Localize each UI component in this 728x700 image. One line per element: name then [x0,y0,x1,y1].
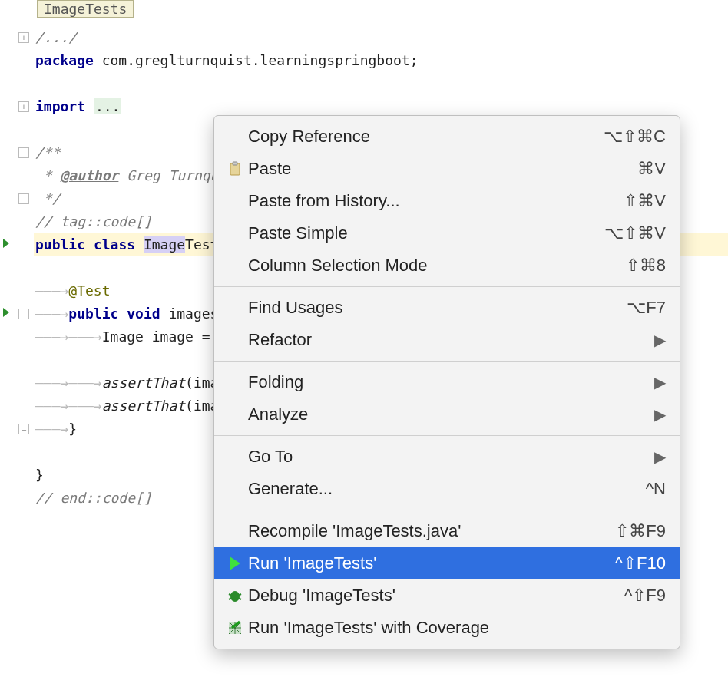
menu-item-label: Column Selection Mode [248,256,626,276]
fold-collapse-icon[interactable]: – [18,193,29,204]
submenu-arrow-icon: ▶ [654,331,666,349]
menu-item-label: Paste from History... [248,191,624,211]
svg-rect-1 [233,162,237,165]
menu-item-run-imagetests[interactable]: Run 'ImageTests'^⇧F10 [214,547,680,579]
menu-item-column-selection-mode[interactable]: Column Selection Mode⇧⌘8 [214,249,680,282]
coverage-icon [227,620,243,636]
menu-item-debug-imagetests[interactable]: Debug 'ImageTests'^⇧F9 [214,579,680,612]
menu-separator [214,435,680,436]
menu-item-label: Debug 'ImageTests' [248,586,624,606]
fold-expand-icon[interactable]: + [18,32,29,43]
context-menu: Copy Reference⌥⇧⌘CPaste⌘VPaste from Hist… [213,115,680,649]
file-badge: ImageTests [37,0,134,18]
shortcut-label: ⇧⌘V [624,191,666,211]
menu-item-label: Generate... [248,479,646,499]
shortcut-label: ⌥⇧⌘C [604,127,666,147]
menu-item-paste-from-history[interactable]: Paste from History...⇧⌘V [214,185,680,217]
shortcut-label: ⇧⌘8 [626,256,666,276]
code-line[interactable]: package com.greglturnquist.learningsprin… [34,49,728,72]
shortcut-label: ⌘V [637,159,666,179]
submenu-arrow-icon: ▶ [654,405,666,424]
menu-item-paste[interactable]: Paste⌘V [214,153,680,185]
code-line[interactable]: /.../ [34,26,728,49]
shortcut-label: ⌥⇧⌘V [604,223,666,243]
menu-item-go-to[interactable]: Go To▶ [214,441,680,473]
menu-item-label: Find Usages [248,298,627,318]
shortcut-label: ⇧⌘F9 [615,521,666,541]
menu-item-copy-reference[interactable]: Copy Reference⌥⇧⌘C [214,121,680,153]
shortcut-label: ^⇧F9 [624,586,666,606]
menu-separator [214,286,680,287]
fold-collapse-icon[interactable]: – [18,424,29,434]
shortcut-label: ⌥F7 [627,298,666,318]
run-gutter-icon[interactable] [3,308,9,317]
menu-item-label: Run 'ImageTests' with Coverage [248,618,666,638]
fold-collapse-icon[interactable]: – [18,309,29,319]
code-line[interactable] [34,72,728,95]
menu-item-label: Paste Simple [248,223,604,243]
submenu-arrow-icon: ▶ [654,447,666,466]
menu-item-run-imagetests-with-coverage[interactable]: Run 'ImageTests' with Coverage [214,612,680,644]
menu-separator [214,510,680,510]
paste-icon [227,161,243,177]
menu-item-generate[interactable]: Generate...^N [214,473,680,505]
svg-point-2 [230,591,240,602]
menu-item-label: Refactor [248,330,654,350]
menu-item-label: Recompile 'ImageTests.java' [248,521,615,541]
menu-separator [214,361,680,362]
menu-item-label: Copy Reference [248,127,604,147]
bug-icon [227,588,243,603]
menu-item-refactor[interactable]: Refactor▶ [214,324,680,356]
menu-item-analyze[interactable]: Analyze▶ [214,398,680,431]
fold-collapse-icon[interactable]: – [18,147,29,158]
menu-item-label: Run 'ImageTests' [248,553,615,573]
menu-item-folding[interactable]: Folding▶ [214,366,680,398]
menu-item-label: Folding [248,372,654,392]
gutter[interactable]: + + – – – – [0,26,34,700]
submenu-arrow-icon: ▶ [654,373,666,391]
menu-item-paste-simple[interactable]: Paste Simple⌥⇧⌘V [214,217,680,249]
run-icon [230,556,240,570]
menu-item-label: Go To [248,447,654,467]
shortcut-label: ^N [646,479,666,499]
menu-item-label: Analyze [248,404,654,424]
fold-expand-icon[interactable]: + [18,101,29,112]
run-gutter-icon[interactable] [3,239,9,248]
shortcut-label: ^⇧F10 [615,553,666,573]
menu-item-find-usages[interactable]: Find Usages⌥F7 [214,292,680,324]
menu-item-recompile-imagetests-java[interactable]: Recompile 'ImageTests.java'⇧⌘F9 [214,515,680,547]
menu-item-label: Paste [248,159,637,179]
